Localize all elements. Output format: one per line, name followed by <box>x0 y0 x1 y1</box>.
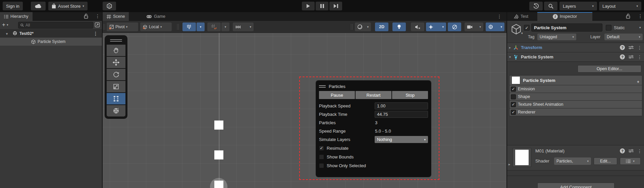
move-tool[interactable] <box>107 57 125 68</box>
material-foldout-arrow-icon[interactable]: ▸ <box>508 162 511 167</box>
play-button[interactable] <box>302 2 315 10</box>
layout-dropdown[interactable]: Layout ▾ <box>599 2 641 10</box>
snap-settings-dropdown[interactable]: ▾ <box>221 22 229 31</box>
global-search-button[interactable] <box>544 2 557 10</box>
rect-tool[interactable] <box>107 93 125 104</box>
grid-settings-dropdown[interactable]: ▾ <box>197 22 205 31</box>
show-bounds-checkbox[interactable] <box>319 154 324 159</box>
gizmos-dropdown[interactable]: ▾ <box>486 22 504 31</box>
shader-edit-button[interactable]: Edit... <box>594 157 617 165</box>
grid-visibility-toggle[interactable]: Y <box>182 22 196 31</box>
hierarchy-menu-button[interactable]: ⋮ <box>95 14 100 18</box>
camera-settings-dropdown[interactable]: ▾ <box>465 22 483 31</box>
material-menu-button[interactable]: ⋮ <box>637 149 642 153</box>
view-hand-tool[interactable] <box>107 45 125 56</box>
resimulate-checkbox[interactable]: ✓ <box>319 146 324 151</box>
help-icon[interactable]: ? <box>620 45 625 50</box>
pause-button[interactable] <box>316 2 328 10</box>
gameobject-icon-dropdown-arrow[interactable]: ▾ <box>521 32 523 35</box>
scale-tool[interactable] <box>107 81 125 92</box>
scene-visibility-toggle[interactable] <box>448 22 461 31</box>
snap-toggle[interactable] <box>207 22 221 31</box>
scene-menu-button[interactable]: ⋮ <box>497 14 502 19</box>
tab-game[interactable]: Game <box>142 12 169 21</box>
module-row-shape[interactable]: Shape <box>509 93 642 101</box>
sign-in-button[interactable]: Sign in <box>3 2 23 10</box>
open-editor-button[interactable]: Open Editor... <box>578 65 641 73</box>
pivot-mode-dropdown[interactable]: Pivot ▾ <box>107 22 138 31</box>
hierarchy-search-input[interactable] <box>25 23 91 28</box>
resimulate-row[interactable]: ✓ Resimulate <box>319 144 428 152</box>
restart-particles-button[interactable]: Restart <box>356 91 391 99</box>
module-checkbox[interactable] <box>511 94 516 99</box>
particle-system-component-header[interactable]: ▾ Particle System ? ⋮ <box>507 52 644 62</box>
step-button[interactable] <box>329 2 342 10</box>
tab-hierarchy[interactable]: Hierarchy <box>0 12 33 21</box>
hierarchy-item-particle-system[interactable]: Particle System <box>0 38 102 46</box>
2d-mode-toggle[interactable]: 2D <box>375 22 388 31</box>
show-only-selected-row[interactable]: Show Only Selected <box>319 161 428 170</box>
show-only-selected-checkbox[interactable] <box>319 163 324 168</box>
hierarchy-lock-button[interactable] <box>84 13 88 19</box>
transform-component-header[interactable]: ▸ Transform ? ⋮ <box>507 43 644 52</box>
module-row-emission[interactable]: ✓ Emission <box>509 85 642 93</box>
scene-viewport[interactable]: Particles Pause Restart Stop Playback Sp… <box>103 33 506 188</box>
module-checkbox[interactable]: ✓ <box>511 110 516 115</box>
component-menu-button[interactable]: ⋮ <box>637 45 642 50</box>
transform-tool[interactable] <box>107 105 125 116</box>
inspector-lock-button[interactable] <box>626 13 630 19</box>
foldout-arrow-icon[interactable]: ▸ <box>509 46 511 49</box>
simulate-layers-dropdown[interactable]: Nothing ▾ <box>375 136 428 143</box>
show-bounds-row[interactable]: Show Bounds <box>319 152 428 161</box>
snap-increment-dropdown[interactable]: ▾ <box>233 22 254 31</box>
stop-particles-button[interactable]: Stop <box>392 91 428 99</box>
cloud-button[interactable] <box>31 2 46 10</box>
presets-icon[interactable] <box>629 149 634 153</box>
module-checkbox[interactable]: ✓ <box>511 87 516 92</box>
unity-hub-button[interactable]: D <box>103 2 116 10</box>
static-dropdown-arrow[interactable]: ▾ <box>639 26 641 29</box>
particle-modules-header[interactable]: Particle System + <box>509 75 642 85</box>
presets-icon[interactable] <box>629 45 634 50</box>
hierarchy-search-field[interactable] <box>18 22 93 29</box>
scene-row-test02[interactable]: ▾ Test02* ⋮ <box>0 30 102 38</box>
active-checkbox[interactable]: ✓ <box>524 25 530 31</box>
material-properties-list-dropdown[interactable]: ▾ <box>620 157 641 165</box>
scene-row-menu-button[interactable]: ⋮ <box>93 31 98 36</box>
help-icon[interactable]: ? <box>620 148 625 153</box>
tools-drag-handle[interactable] <box>110 38 122 43</box>
help-icon[interactable]: ? <box>620 54 625 59</box>
undo-history-button[interactable] <box>529 2 543 10</box>
presets-icon[interactable] <box>629 55 634 59</box>
scene-lighting-toggle[interactable] <box>392 22 406 31</box>
asset-store-button[interactable]: Asset Store ▾ <box>48 2 88 10</box>
component-menu-button[interactable]: ⋮ <box>637 55 642 59</box>
effects-dropdown[interactable]: ▾ <box>426 22 446 31</box>
shader-dropdown[interactable]: Particles, ▾ <box>554 157 591 165</box>
tag-dropdown[interactable]: Untagged ▾ <box>537 34 576 40</box>
add-component-button[interactable]: Add Component <box>537 183 614 188</box>
playback-speed-field[interactable]: 1.00 <box>375 102 428 109</box>
module-row-texture-sheet-animation[interactable]: ✓ Texture Sheet Animation <box>509 101 642 108</box>
tab-scene[interactable]: Scene <box>103 12 129 21</box>
layers-dropdown[interactable]: Layers ▾ <box>559 2 597 10</box>
toolbar-drag-handle[interactable] <box>103 24 105 30</box>
layer-dropdown[interactable]: Default ▾ <box>604 34 643 40</box>
material-preview-thumbnail[interactable] <box>513 148 531 167</box>
open-search-window-button[interactable] <box>95 22 100 28</box>
playback-time-field[interactable]: 44.75 <box>375 111 428 118</box>
static-checkbox[interactable] <box>606 25 611 31</box>
module-checkbox[interactable]: ✓ <box>511 102 516 107</box>
inspector-menu-button[interactable]: ⋮ <box>638 14 643 18</box>
object-name-input[interactable] <box>531 23 602 32</box>
module-row-renderer[interactable]: ✓ Renderer <box>509 108 642 116</box>
pause-particles-button[interactable]: Pause <box>319 91 355 99</box>
shading-mode-dropdown[interactable]: ▾ <box>355 22 371 31</box>
audio-mute-toggle[interactable] <box>411 22 424 31</box>
add-module-plus-icon[interactable]: + <box>637 80 639 84</box>
rotate-tool[interactable] <box>107 69 125 80</box>
tab-test[interactable]: Test <box>510 12 532 21</box>
create-object-button[interactable]: + ▾ <box>2 22 8 28</box>
tab-inspector[interactable]: i Inspector <box>537 12 592 21</box>
foldout-arrow-icon[interactable]: ▾ <box>509 55 511 59</box>
